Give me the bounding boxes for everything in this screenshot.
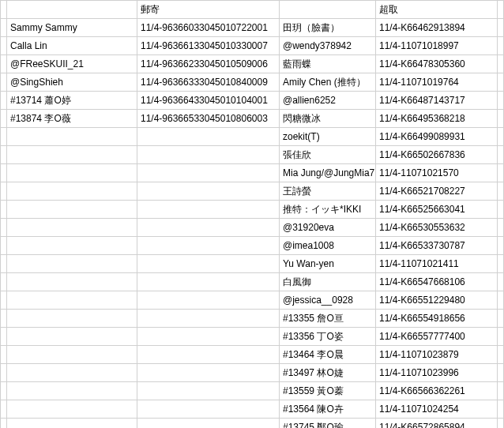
cell-left-name[interactable] [7,291,137,310]
cell-empty[interactable] [498,419,504,429]
cell-empty[interactable] [498,201,504,219]
cell-right-code[interactable]: 11/4-11071024254 [376,400,498,419]
cell-empty[interactable] [498,110,504,128]
cell-left-code[interactable] [137,146,280,164]
cell-empty[interactable] [498,346,504,364]
cell-empty[interactable] [498,219,504,237]
cell-left-code[interactable] [137,219,280,237]
cell-left-name[interactable]: #13714 蕭O婷 [7,92,137,110]
cell-left-code[interactable] [137,291,280,310]
cell-empty[interactable] [1,400,7,419]
cell-empty[interactable] [498,255,504,273]
cell-right-code[interactable]: 11/4-K66547668106 [376,273,498,291]
cell-left-name[interactable] [7,400,137,419]
cell-left-code[interactable] [137,237,280,255]
cell-left-name[interactable] [7,237,137,255]
cell-empty[interactable] [1,310,7,328]
cell-left-name[interactable] [7,146,137,164]
cell-right-name[interactable]: Amily Chen (推特） [280,73,376,92]
cell-empty[interactable] [498,19,504,37]
cell-empty[interactable] [1,1,7,19]
cell-empty[interactable] [498,400,504,419]
cell-empty[interactable] [498,73,504,92]
cell-right-code[interactable]: 11/4-K66554918656 [376,310,498,328]
cell-empty[interactable] [1,328,7,346]
cell-right-name[interactable]: #13497 林O婕 [280,364,376,382]
cell-empty[interactable] [1,382,7,400]
cell-empty[interactable] [498,146,504,164]
cell-right-code[interactable]: 11/4-K66478305360 [376,55,498,73]
cell-empty[interactable] [1,182,7,201]
cell-right-code[interactable]: 11/4-K66502667836 [376,146,498,164]
cell-right-name[interactable]: 田玥（臉書） [280,19,376,37]
cell-left-name[interactable] [7,382,137,400]
cell-right-name[interactable]: #13745 鄭O瑜 [280,419,376,429]
cell-empty[interactable] [1,291,7,310]
cell-left-name[interactable] [7,182,137,201]
cell-left-name[interactable]: @FReeSKUII_21 [7,55,137,73]
cell-empty[interactable] [498,182,504,201]
cell-left-code[interactable] [137,310,280,328]
cell-empty[interactable] [498,128,504,146]
cell-left-code[interactable]: 11/4-96366533045010806003 [137,110,280,128]
cell-right-name[interactable]: #13559 黃O蓁 [280,382,376,400]
cell-empty[interactable] [498,382,504,400]
cell-right-code[interactable]: 11/4-11071021411 [376,255,498,273]
cell-right-name[interactable]: #13564 陳O卉 [280,400,376,419]
cell-empty[interactable] [1,237,7,255]
cell-left-code[interactable] [137,328,280,346]
cell-right-name[interactable]: @31920eva [280,219,376,237]
spreadsheet-table[interactable]: 郵寄超取Sammy Sammy11/4-96366033045010722001… [0,0,504,428]
cell-empty[interactable] [1,73,7,92]
cell-empty[interactable] [498,164,504,182]
cell-right-code[interactable]: 11/4-11071023879 [376,346,498,364]
cell-right-code[interactable]: 11/4-K66557777400 [376,328,498,346]
cell-left-code[interactable]: 11/4-96366033045010722001 [137,19,280,37]
cell-right-code[interactable]: 11/4-K66462913894 [376,19,498,37]
cell-left-code[interactable] [137,419,280,429]
cell-right-code[interactable]: 11/4-K66525663041 [376,201,498,219]
cell-left-code[interactable]: 11/4-96366333045010840009 [137,73,280,92]
cell-left-name[interactable]: Sammy Sammy [7,19,137,37]
cell-empty[interactable] [498,1,504,19]
cell-right-name[interactable]: #13356 丁O姿 [280,328,376,346]
cell-left-name[interactable] [7,364,137,382]
cell-right-code[interactable]: 11/4-K66521708227 [376,182,498,201]
cell-left-code[interactable] [137,128,280,146]
cell-right-name[interactable]: #13464 李O晨 [280,346,376,364]
cell-empty[interactable] [1,19,7,37]
cell-left-code[interactable]: 11/4-96366133045010330007 [137,37,280,55]
cell-left-name[interactable] [7,164,137,182]
cell-empty[interactable] [1,55,7,73]
cell-left-name[interactable]: @SingShieh [7,73,137,92]
cell-empty[interactable] [498,364,504,382]
cell-left-code[interactable] [137,382,280,400]
cell-left-name[interactable] [7,128,137,146]
cell-right-name[interactable]: Mia Jung/@JungMia7 [280,164,376,182]
cell-right-name[interactable]: Yu Wan-yen [280,255,376,273]
header-mail[interactable]: 郵寄 [137,1,280,19]
cell-left-code[interactable] [137,201,280,219]
cell-right-code[interactable]: 11/4-K66499089931 [376,128,498,146]
cell-right-name[interactable]: @wendy378942 [280,37,376,55]
cell-left-code[interactable] [137,164,280,182]
cell-left-code[interactable] [137,400,280,419]
cell-right-code[interactable]: 11/4-K66495368218 [376,110,498,128]
cell-right-name[interactable]: zoekit(T) [280,128,376,146]
cell-right-name[interactable]: @jessica__0928 [280,291,376,310]
cell-empty[interactable] [498,328,504,346]
cell-empty[interactable] [1,92,7,110]
cell-right-code[interactable]: 11/4-11071019764 [376,73,498,92]
cell-empty[interactable] [1,37,7,55]
cell-left-name[interactable]: Calla Lin [7,37,137,55]
cell-empty[interactable] [498,310,504,328]
cell-empty[interactable] [1,273,7,291]
cell-right-name[interactable]: 藍雨蝶 [280,55,376,73]
cell-right-code[interactable]: 11/4-11071018997 [376,37,498,55]
cell-empty[interactable] [1,219,7,237]
cell-right-name[interactable]: @imea1008 [280,237,376,255]
cell-right-name[interactable]: @allien6252 [280,92,376,110]
cell-right-name[interactable]: #13355 詹O亘 [280,310,376,328]
cell-empty[interactable] [498,55,504,73]
cell-right-code[interactable]: 11/4-K66530553632 [376,219,498,237]
